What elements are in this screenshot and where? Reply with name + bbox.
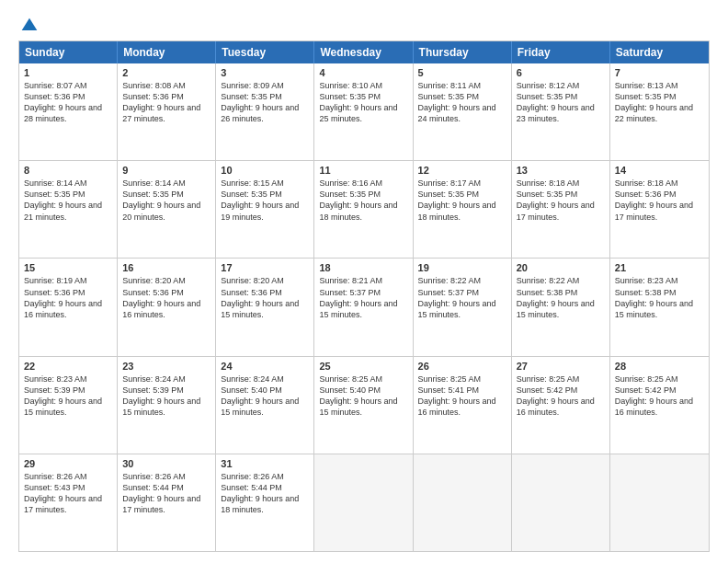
day-cell-10: 10Sunrise: 8:15 AM Sunset: 5:35 PM Dayli…: [216, 161, 314, 258]
day-info: Sunrise: 8:21 AM Sunset: 5:37 PM Dayligh…: [319, 275, 407, 320]
day-cell-19: 19Sunrise: 8:22 AM Sunset: 5:37 PM Dayli…: [414, 259, 512, 355]
page: SundayMondayTuesdayWednesdayThursdayFrid…: [0, 0, 728, 563]
day-cell-2: 2Sunrise: 8:08 AM Sunset: 5:36 PM Daylig…: [118, 63, 216, 160]
day-number: 8: [24, 165, 112, 176]
logo-icon: [20, 17, 39, 35]
day-info: Sunrise: 8:09 AM Sunset: 5:35 PM Dayligh…: [221, 80, 309, 125]
day-info: Sunrise: 8:20 AM Sunset: 5:36 PM Dayligh…: [122, 275, 210, 320]
day-info: Sunrise: 8:22 AM Sunset: 5:37 PM Dayligh…: [418, 275, 506, 320]
day-cell-6: 6Sunrise: 8:12 AM Sunset: 5:35 PM Daylig…: [512, 63, 610, 160]
day-cell-18: 18Sunrise: 8:21 AM Sunset: 5:37 PM Dayli…: [314, 259, 413, 355]
day-info: Sunrise: 8:22 AM Sunset: 5:38 PM Dayligh…: [517, 275, 605, 320]
day-number: 16: [122, 262, 210, 273]
day-number: 24: [221, 361, 309, 372]
empty-cell: [512, 454, 610, 551]
day-cell-22: 22Sunrise: 8:23 AM Sunset: 5:39 PM Dayli…: [19, 357, 118, 454]
day-cell-15: 15Sunrise: 8:19 AM Sunset: 5:36 PM Dayli…: [19, 259, 118, 355]
day-info: Sunrise: 8:24 AM Sunset: 5:39 PM Dayligh…: [122, 373, 210, 419]
calendar-body: 1Sunrise: 8:07 AM Sunset: 5:36 PM Daylig…: [19, 63, 709, 551]
calendar-week-1: 1Sunrise: 8:07 AM Sunset: 5:36 PM Daylig…: [19, 63, 709, 160]
day-number: 14: [615, 165, 704, 176]
day-cell-27: 27Sunrise: 8:25 AM Sunset: 5:42 PM Dayli…: [512, 357, 610, 454]
day-number: 15: [24, 262, 112, 273]
day-number: 18: [319, 262, 407, 273]
calendar-week-4: 22Sunrise: 8:23 AM Sunset: 5:39 PM Dayli…: [19, 356, 709, 454]
day-cell-16: 16Sunrise: 8:20 AM Sunset: 5:36 PM Dayli…: [118, 259, 216, 355]
day-number: 21: [615, 262, 704, 273]
header-day-thursday: Thursday: [414, 41, 512, 63]
day-info: Sunrise: 8:17 AM Sunset: 5:35 PM Dayligh…: [418, 178, 506, 223]
day-info: Sunrise: 8:25 AM Sunset: 5:42 PM Dayligh…: [517, 373, 605, 419]
day-cell-28: 28Sunrise: 8:25 AM Sunset: 5:42 PM Dayli…: [610, 357, 709, 454]
day-info: Sunrise: 8:26 AM Sunset: 5:44 PM Dayligh…: [221, 471, 309, 516]
day-number: 29: [24, 458, 112, 469]
day-number: 13: [517, 165, 605, 176]
day-cell-21: 21Sunrise: 8:23 AM Sunset: 5:38 PM Dayli…: [610, 259, 709, 355]
day-info: Sunrise: 8:23 AM Sunset: 5:39 PM Dayligh…: [24, 373, 112, 419]
day-number: 30: [122, 458, 210, 469]
calendar-header: SundayMondayTuesdayWednesdayThursdayFrid…: [19, 41, 709, 63]
day-cell-17: 17Sunrise: 8:20 AM Sunset: 5:36 PM Dayli…: [216, 259, 314, 355]
calendar-week-5: 29Sunrise: 8:26 AM Sunset: 5:43 PM Dayli…: [19, 454, 709, 551]
day-number: 26: [418, 361, 506, 372]
header-day-saturday: Saturday: [610, 41, 709, 63]
day-cell-4: 4Sunrise: 8:10 AM Sunset: 5:35 PM Daylig…: [314, 63, 413, 160]
day-number: 27: [517, 361, 605, 372]
day-number: 10: [221, 165, 309, 176]
day-number: 4: [319, 67, 407, 78]
day-info: Sunrise: 8:14 AM Sunset: 5:35 PM Dayligh…: [122, 178, 210, 223]
day-info: Sunrise: 8:14 AM Sunset: 5:35 PM Dayligh…: [24, 178, 112, 223]
empty-cell: [314, 454, 413, 551]
day-info: Sunrise: 8:19 AM Sunset: 5:36 PM Dayligh…: [24, 275, 112, 320]
day-info: Sunrise: 8:25 AM Sunset: 5:42 PM Dayligh…: [615, 373, 704, 419]
day-info: Sunrise: 8:25 AM Sunset: 5:40 PM Dayligh…: [319, 373, 407, 419]
day-info: Sunrise: 8:12 AM Sunset: 5:35 PM Dayligh…: [517, 80, 605, 125]
day-number: 7: [615, 67, 704, 78]
day-info: Sunrise: 8:18 AM Sunset: 5:35 PM Dayligh…: [517, 178, 605, 223]
day-number: 20: [517, 262, 605, 273]
day-number: 23: [122, 361, 210, 372]
day-number: 5: [418, 67, 506, 78]
day-cell-8: 8Sunrise: 8:14 AM Sunset: 5:35 PM Daylig…: [19, 161, 118, 258]
day-number: 11: [319, 165, 407, 176]
day-info: Sunrise: 8:20 AM Sunset: 5:36 PM Dayligh…: [221, 275, 309, 320]
empty-cell: [414, 454, 512, 551]
day-cell-26: 26Sunrise: 8:25 AM Sunset: 5:41 PM Dayli…: [414, 357, 512, 454]
day-number: 12: [418, 165, 506, 176]
day-cell-3: 3Sunrise: 8:09 AM Sunset: 5:35 PM Daylig…: [216, 63, 314, 160]
day-cell-7: 7Sunrise: 8:13 AM Sunset: 5:35 PM Daylig…: [610, 63, 709, 160]
day-info: Sunrise: 8:25 AM Sunset: 5:41 PM Dayligh…: [418, 373, 506, 419]
day-number: 28: [615, 361, 704, 372]
header-day-friday: Friday: [512, 41, 610, 63]
day-cell-25: 25Sunrise: 8:25 AM Sunset: 5:40 PM Dayli…: [314, 357, 413, 454]
day-info: Sunrise: 8:13 AM Sunset: 5:35 PM Dayligh…: [615, 80, 704, 125]
day-number: 17: [221, 262, 309, 273]
day-info: Sunrise: 8:16 AM Sunset: 5:35 PM Dayligh…: [319, 178, 407, 223]
day-info: Sunrise: 8:07 AM Sunset: 5:36 PM Dayligh…: [24, 80, 112, 125]
day-cell-30: 30Sunrise: 8:26 AM Sunset: 5:44 PM Dayli…: [118, 454, 216, 551]
day-info: Sunrise: 8:15 AM Sunset: 5:35 PM Dayligh…: [221, 178, 309, 223]
day-info: Sunrise: 8:26 AM Sunset: 5:43 PM Dayligh…: [24, 471, 112, 516]
day-cell-14: 14Sunrise: 8:18 AM Sunset: 5:36 PM Dayli…: [610, 161, 709, 258]
svg-marker-0: [22, 18, 38, 30]
day-number: 22: [24, 361, 112, 372]
day-info: Sunrise: 8:24 AM Sunset: 5:40 PM Dayligh…: [221, 373, 309, 419]
day-info: Sunrise: 8:10 AM Sunset: 5:35 PM Dayligh…: [319, 80, 407, 125]
day-number: 9: [122, 165, 210, 176]
day-info: Sunrise: 8:11 AM Sunset: 5:35 PM Dayligh…: [418, 80, 506, 125]
day-number: 1: [24, 67, 112, 78]
header-day-monday: Monday: [118, 41, 216, 63]
day-cell-24: 24Sunrise: 8:24 AM Sunset: 5:40 PM Dayli…: [216, 357, 314, 454]
header: [18, 17, 710, 31]
day-info: Sunrise: 8:23 AM Sunset: 5:38 PM Dayligh…: [615, 275, 704, 320]
day-info: Sunrise: 8:08 AM Sunset: 5:36 PM Dayligh…: [122, 80, 210, 125]
day-cell-5: 5Sunrise: 8:11 AM Sunset: 5:35 PM Daylig…: [414, 63, 512, 160]
header-day-wednesday: Wednesday: [314, 41, 413, 63]
day-number: 31: [221, 458, 309, 469]
day-cell-29: 29Sunrise: 8:26 AM Sunset: 5:43 PM Dayli…: [19, 454, 118, 551]
day-cell-12: 12Sunrise: 8:17 AM Sunset: 5:35 PM Dayli…: [414, 161, 512, 258]
day-number: 2: [122, 67, 210, 78]
calendar-week-3: 15Sunrise: 8:19 AM Sunset: 5:36 PM Dayli…: [19, 258, 709, 355]
day-number: 25: [319, 361, 407, 372]
header-day-tuesday: Tuesday: [216, 41, 314, 63]
